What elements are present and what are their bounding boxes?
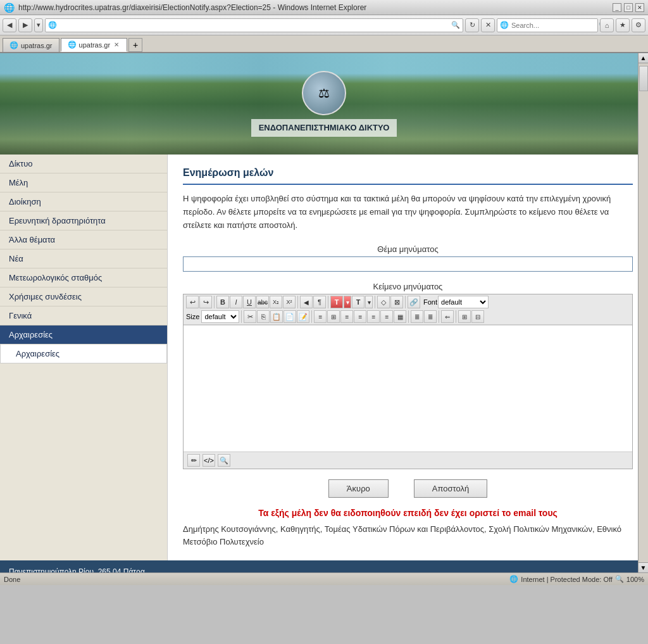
rte-body[interactable] (184, 325, 632, 451)
rte-align-block[interactable]: ▦ (394, 310, 406, 323)
message-label: Κείμενο μηνύματος (183, 282, 633, 291)
rte-size-select[interactable]: default (201, 310, 239, 323)
rte-sep5 (405, 296, 406, 308)
rte-align-format[interactable]: ≡ (314, 310, 327, 323)
rte-strikethrough[interactable]: abc (256, 296, 269, 308)
rte-align-right[interactable]: ≡ (367, 310, 380, 323)
address-bar[interactable]: 🌐 http://www.hydrocrites... 🔍 (45, 18, 463, 32)
cancel-button[interactable]: Άκυρο (328, 479, 389, 498)
rte-table1[interactable]: ⊞ (458, 310, 471, 323)
rte-block[interactable]: ◀ (300, 296, 313, 308)
rte-dropdown-bg[interactable]: ▾ (365, 296, 373, 308)
rte-align-indent[interactable]: ⊞ (327, 310, 340, 323)
dropdown-btn[interactable]: ▾ (34, 18, 43, 32)
sidebar-item-alla[interactable]: Άλλα θέματα (0, 230, 167, 249)
favorites-button[interactable]: ★ (616, 18, 630, 32)
close-btn[interactable]: ✕ (635, 3, 644, 12)
rte-paste-word[interactable]: 📝 (297, 310, 309, 323)
rte-bold[interactable]: B (216, 296, 229, 308)
tab-2[interactable]: 🌐 upatras.gr ✕ (61, 38, 128, 52)
browser-titlebar: 🌐 http://www.hydrocrites.upatras.gr/diax… (0, 0, 648, 15)
rte-redo[interactable]: ↪ (199, 296, 212, 308)
back-button[interactable]: ◀ (3, 18, 16, 32)
rte-toolbar-row2: Size default ✂ ⎘ 📋 📄 📝 ≡ (186, 310, 630, 323)
button-row: Άκυρο Αποστολή (183, 479, 633, 498)
tab-2-label: upatras.gr (79, 41, 111, 49)
sidebar-item-nea[interactable]: Νέα (0, 249, 167, 268)
rte-superscript[interactable]: X² (283, 296, 296, 308)
maximize-btn[interactable]: □ (624, 3, 633, 12)
content-scroll[interactable]: ⚖ ΕΝΔΟΠΑΝΕΠΙΣΤΗΜΙΑΚΟ ΔΙΚΤΥΟ Δίκτυο Μέλη (0, 53, 648, 572)
rte-sep1 (214, 296, 215, 308)
sidebar-item-xrisimes[interactable]: Χρήσιμες συνδέσεις (0, 287, 167, 306)
rte-subscript[interactable]: X₂ (270, 296, 282, 308)
rte-remove[interactable]: ⊠ (390, 296, 403, 308)
info-text: Η ψηφοφορία έχει υποβληθεί στο σύστημα κ… (183, 193, 633, 232)
rte-text-color[interactable]: T (330, 296, 343, 308)
rte-table2[interactable]: ⊟ (471, 310, 484, 323)
sidebar-item-arxairesies[interactable]: Αρχαιρεσίες (0, 325, 167, 344)
rte-underline[interactable]: U (243, 296, 256, 308)
stop-button[interactable]: ✕ (481, 18, 495, 32)
rte-text-bg-color[interactable]: T (352, 296, 364, 308)
rte-dropdown-color[interactable]: ▾ (344, 296, 351, 308)
rte-copy[interactable]: ⎘ (257, 310, 270, 323)
rte-italic[interactable]: I (230, 296, 242, 308)
scrollbar[interactable]: ▲ ▼ (638, 53, 648, 572)
new-tab-button[interactable]: + (128, 38, 142, 52)
scroll-thumb[interactable] (639, 66, 648, 91)
status-bar: Done 🌐 Internet | Protected Mode: Off 🔍 … (0, 572, 648, 585)
zoom-text: 100% (626, 576, 644, 583)
search-box[interactable]: 🌐 🔍 (497, 18, 598, 32)
rte-align-justify[interactable]: ≡ (380, 310, 393, 323)
tools-button[interactable]: ⚙ (632, 18, 645, 32)
sidebar-item-diktyo[interactable]: Δίκτυο (0, 155, 167, 174)
main-layout: Δίκτυο Μέλη Διοίκηση Ερευνητική δραστηρι… (0, 155, 648, 560)
rte-font-label: Font (423, 298, 437, 306)
content-area: Ενημέρωση μελών Η ψηφοφορία έχει υποβληθ… (168, 155, 648, 560)
tab-1-label: upatras.gr (21, 42, 53, 49)
site-title: ΕΝΔΟΠΑΝΕΠΙΣΤΗΜΙΑΚΟ ΔΙΚΤΥΟ (251, 119, 397, 137)
sidebar-item-ereunitiki[interactable]: Ερευνητική δραστηριότητα (0, 212, 167, 230)
rte-paste-text[interactable]: 📄 (284, 310, 296, 323)
refresh-button[interactable]: ↻ (465, 18, 479, 32)
rte-code[interactable]: </> (202, 454, 215, 467)
rte-list-ordered[interactable]: ≣ (424, 310, 437, 323)
rte-align-left[interactable]: ≡ (340, 310, 353, 323)
rte-paste[interactable]: 📋 (270, 310, 283, 323)
scroll-up[interactable]: ▲ (639, 53, 649, 63)
rte-special1[interactable]: ◇ (377, 296, 390, 308)
tab-2-close[interactable]: ✕ (113, 41, 120, 49)
warning-member: Δημήτρης Κουτσογιάννης, Καθηγητής, Τομέα… (183, 523, 633, 548)
send-button[interactable]: Αποστολή (414, 479, 487, 498)
tab-1[interactable]: 🌐 upatras.gr (3, 38, 59, 52)
sidebar-item-meteorologikos[interactable]: Μετεωρολογικός σταθμός (0, 268, 167, 287)
sidebar: Δίκτυο Μέλη Διοίκηση Ερευνητική δραστηρι… (0, 155, 168, 560)
subject-input[interactable] (183, 256, 633, 272)
rte-source[interactable]: ✏ (187, 454, 200, 467)
sidebar-subitem-arxairesies[interactable]: Αρχαιρεσίες (0, 344, 167, 363)
search-input[interactable] (511, 22, 599, 29)
rte-sep2 (297, 296, 298, 308)
scroll-down[interactable]: ▼ (639, 562, 649, 572)
home-button[interactable]: ⌂ (600, 18, 614, 32)
site-header: ⚖ ΕΝΔΟΠΑΝΕΠΙΣΤΗΜΙΑΚΟ ΔΙΚΤΥΟ (0, 53, 648, 155)
rte-align-center[interactable]: ≡ (354, 310, 366, 323)
rte-font-select[interactable]: default (438, 296, 489, 308)
sidebar-item-genika[interactable]: Γενικά (0, 306, 167, 325)
rte-undo[interactable]: ↩ (186, 296, 199, 308)
sidebar-item-dioikisi[interactable]: Διοίκηση (0, 193, 167, 212)
minimize-btn[interactable]: _ (613, 3, 621, 12)
forward-button[interactable]: ▶ (18, 18, 32, 32)
rte-sep8 (408, 310, 409, 323)
sidebar-item-meli[interactable]: Μέλη (0, 174, 167, 193)
search-icon[interactable]: 🔍 (451, 21, 460, 29)
address-input[interactable]: http://www.hydrocrites... (59, 22, 451, 29)
rte-outdent[interactable]: ⇐ (441, 310, 454, 323)
rte-list-unordered[interactable]: ≣ (411, 310, 423, 323)
rte-link[interactable]: 🔗 (408, 296, 420, 308)
rte-preview[interactable]: 🔍 (218, 454, 230, 467)
rte-paragraph[interactable]: ¶ (313, 296, 326, 308)
browser-title: http://www.hydrocrites.upatras.gr/diaxei… (18, 3, 366, 12)
rte-cut[interactable]: ✂ (244, 310, 256, 323)
